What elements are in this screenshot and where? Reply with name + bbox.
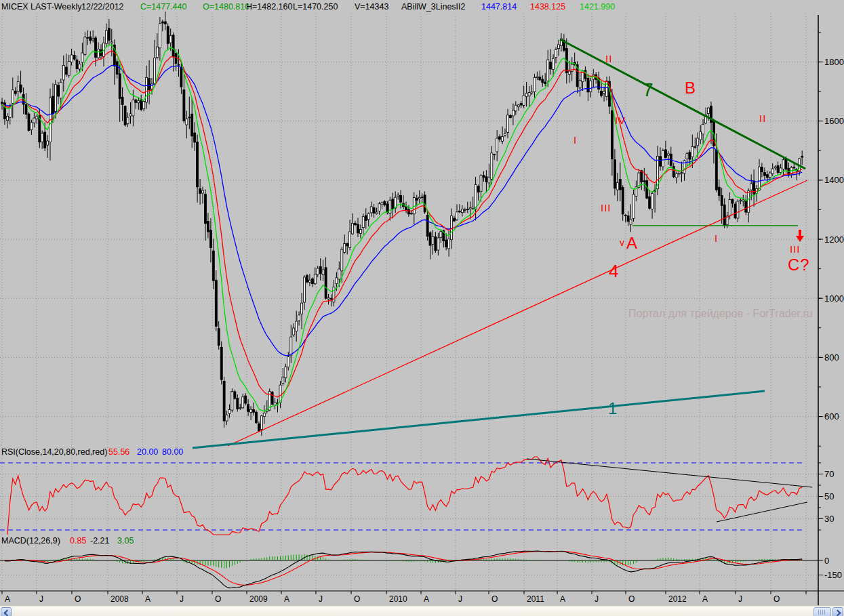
svg-text:J: J <box>319 594 323 604</box>
candlesticks <box>1 12 803 436</box>
svg-text:A: A <box>5 594 10 604</box>
chart-area[interactable]: Портал для трейдеров - ForTrader.ruII7BI… <box>0 0 844 606</box>
h-scrollbar[interactable] <box>0 606 844 616</box>
wave-label-II: II <box>605 53 612 64</box>
macd-label: MACD(12,26,9) <box>1 536 60 546</box>
svg-text:O: O <box>354 594 360 604</box>
scroll-left-button[interactable] <box>1 607 12 616</box>
svg-text:J: J <box>458 594 462 604</box>
svg-text:0.85: 0.85 <box>70 536 86 546</box>
watermark: Портал для трейдеров - ForTrader.ru <box>628 308 813 319</box>
svg-text:20.00: 20.00 <box>137 447 158 457</box>
y-axis: 180016001400120010008006007050300-150 <box>818 15 844 605</box>
svg-text:55.56: 55.56 <box>108 447 129 457</box>
svg-text:800: 800 <box>824 352 839 363</box>
svg-text:2011: 2011 <box>527 594 544 604</box>
svg-text:A: A <box>702 594 708 604</box>
svg-text:O: O <box>491 594 498 604</box>
wave-B-resistance <box>560 39 805 169</box>
svg-text:A: A <box>560 594 565 604</box>
chart-window: MICEX LAST-Weekly12/22/2012C=1477.440O=1… <box>0 0 844 616</box>
wave-label-v: v <box>620 237 625 248</box>
svg-text:O: O <box>75 594 81 604</box>
wave-label-1: 1 <box>608 399 618 417</box>
wave-label-Cq: C? <box>788 255 810 274</box>
svg-text:A: A <box>145 594 150 604</box>
svg-text:1600: 1600 <box>824 116 844 126</box>
svg-text:0: 0 <box>824 556 829 566</box>
svg-text:50: 50 <box>824 491 834 501</box>
svg-text:O: O <box>215 594 221 604</box>
wave-label-IV: IV <box>615 115 626 126</box>
svg-text:1800: 1800 <box>824 57 844 67</box>
svg-text:A: A <box>424 594 429 604</box>
svg-text:600: 600 <box>824 411 839 422</box>
svg-text:A: A <box>284 594 289 604</box>
wave-label-I: I <box>715 232 718 244</box>
wave-label-I: I <box>574 134 577 146</box>
svg-text:1400: 1400 <box>824 175 844 185</box>
svg-text:-150: -150 <box>824 570 842 580</box>
grip-lines-icon <box>818 610 826 615</box>
down-arrow-icon <box>796 230 804 242</box>
svg-text:O: O <box>773 594 780 604</box>
svg-text:2012: 2012 <box>668 594 687 604</box>
svg-text:J: J <box>738 594 742 604</box>
wave-label-B: B <box>685 79 696 97</box>
svg-text:1000: 1000 <box>824 293 844 304</box>
wave-label-II: II <box>759 112 766 124</box>
base-channel-1 <box>193 391 765 448</box>
svg-text:70: 70 <box>824 469 834 479</box>
x-axis: AJO2008AJO2009AJO2010AJO2011AJO2012AJO <box>0 591 844 604</box>
wave-label-7: 7 <box>643 79 654 100</box>
wave-label-4: 4 <box>609 261 619 281</box>
svg-text:J: J <box>39 594 43 604</box>
wave-label-A: A <box>626 234 638 252</box>
svg-text:3.05: 3.05 <box>117 536 134 546</box>
scrollbar-thumb[interactable] <box>813 607 831 616</box>
chevron-left-icon <box>3 609 10 616</box>
svg-text:O: O <box>628 594 635 604</box>
wave-label-III: III <box>790 243 801 255</box>
svg-text:30: 30 <box>824 514 834 524</box>
rsi-line <box>7 457 802 535</box>
svg-text:2008: 2008 <box>110 594 129 604</box>
rsi-label: RSI(Close,14,20,80,red,red) <box>1 447 107 457</box>
svg-text:2009: 2009 <box>249 594 268 604</box>
wave-label-III: III <box>601 202 611 213</box>
scroll-right-button[interactable] <box>832 607 843 616</box>
svg-text:-2.21: -2.21 <box>90 536 110 546</box>
svg-text:J: J <box>180 594 184 604</box>
svg-text:2010: 2010 <box>389 594 407 604</box>
svg-text:J: J <box>595 594 599 604</box>
chevron-right-icon <box>834 609 841 616</box>
svg-text:1200: 1200 <box>824 234 844 245</box>
macd-signal-line <box>5 552 802 586</box>
svg-text:80.00: 80.00 <box>162 447 183 457</box>
macd-line <box>5 551 802 588</box>
